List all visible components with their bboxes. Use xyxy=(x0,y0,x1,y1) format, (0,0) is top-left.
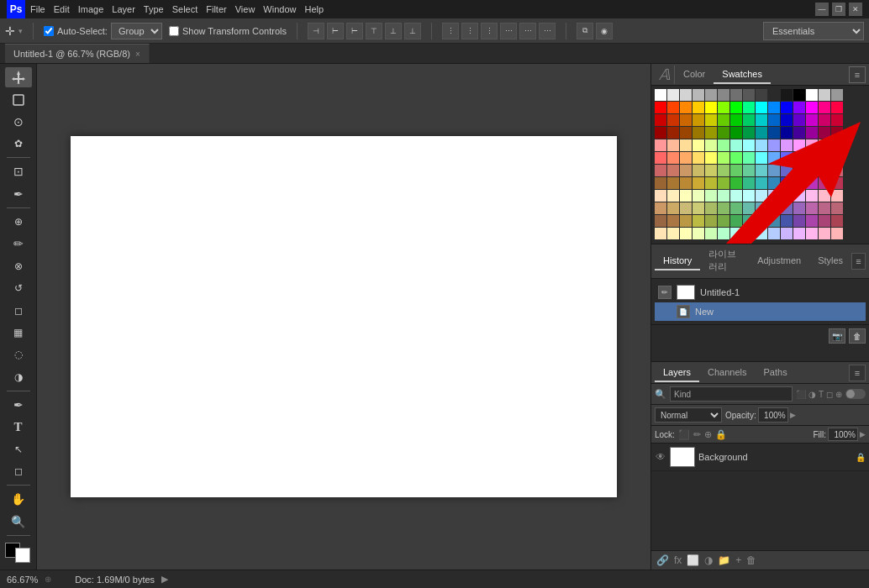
maximize-button[interactable]: ❐ xyxy=(832,3,845,16)
swatch[interactable] xyxy=(680,177,692,189)
dist-left-icon[interactable]: ⋮ xyxy=(442,23,459,39)
swatch[interactable] xyxy=(819,228,830,239)
swatch[interactable] xyxy=(756,114,767,126)
swatch[interactable] xyxy=(705,139,717,151)
opacity-input[interactable]: 100% xyxy=(758,407,788,423)
swatch[interactable] xyxy=(718,190,729,202)
swatch[interactable] xyxy=(793,177,805,189)
swatch[interactable] xyxy=(768,165,780,176)
quick-select-tool[interactable]: ✿ xyxy=(5,134,32,154)
swatch[interactable] xyxy=(793,127,805,139)
swatch[interactable] xyxy=(781,89,793,101)
swatch[interactable] xyxy=(793,228,805,239)
menu-layer[interactable]: Layer xyxy=(112,4,135,14)
layers-menu-icon[interactable]: ≡ xyxy=(849,365,866,381)
swatch[interactable] xyxy=(718,89,729,101)
swatch[interactable] xyxy=(743,102,755,113)
swatch[interactable] xyxy=(831,152,843,164)
fill-input[interactable]: 100% xyxy=(828,428,858,441)
swatch[interactable] xyxy=(718,177,729,189)
swatch[interactable] xyxy=(743,215,755,227)
swatch[interactable] xyxy=(730,139,742,151)
blur-tool[interactable]: ◌ xyxy=(5,344,32,365)
new-layer-icon[interactable]: + xyxy=(735,554,741,566)
swatch[interactable] xyxy=(781,165,793,176)
swatch[interactable] xyxy=(756,152,767,164)
swatch[interactable] xyxy=(667,215,679,227)
swatch[interactable] xyxy=(693,228,704,239)
swatch[interactable] xyxy=(718,202,729,214)
swatch[interactable] xyxy=(831,89,843,101)
eraser-tool[interactable]: ◻ xyxy=(5,300,32,320)
menu-window[interactable]: Window xyxy=(263,4,296,14)
status-arrow[interactable]: ▶ xyxy=(161,574,168,585)
swatch[interactable] xyxy=(680,139,692,151)
swatch[interactable] xyxy=(693,202,704,214)
swatch[interactable] xyxy=(781,202,793,214)
swatch[interactable] xyxy=(730,165,742,176)
history-brush-tool[interactable]: ↺ xyxy=(5,278,32,298)
swatch[interactable] xyxy=(831,102,843,113)
swatch[interactable] xyxy=(730,127,742,139)
tab-styles[interactable]: Styles xyxy=(809,252,851,270)
swatch[interactable] xyxy=(705,215,717,227)
swatch[interactable] xyxy=(768,228,780,239)
pixel-layer-icon[interactable]: ⬛ xyxy=(796,390,806,399)
swatch[interactable] xyxy=(743,89,755,101)
swatch[interactable] xyxy=(743,139,755,151)
swatch[interactable] xyxy=(680,165,692,176)
arrange-icon[interactable]: ⧉ xyxy=(577,23,593,39)
crop-tool[interactable]: ⊡ xyxy=(5,161,32,181)
swatch[interactable] xyxy=(655,177,666,189)
swatch[interactable] xyxy=(768,152,780,164)
swatch[interactable] xyxy=(806,89,818,101)
swatch[interactable] xyxy=(718,127,729,139)
transform-controls-checkbox[interactable] xyxy=(169,26,179,36)
dist-center-v-icon[interactable]: ⋯ xyxy=(519,23,536,39)
lasso-tool[interactable]: ⊙ xyxy=(5,112,32,132)
swatch[interactable] xyxy=(667,152,679,164)
dist-top-icon[interactable]: ⋯ xyxy=(500,23,517,39)
clone-tool[interactable]: ⊗ xyxy=(5,256,32,276)
hand-tool[interactable]: ✋ xyxy=(5,489,32,509)
swatch[interactable] xyxy=(768,215,780,227)
swatch[interactable] xyxy=(819,152,830,164)
lock-position-icon[interactable]: ✏ xyxy=(693,429,701,440)
swatch[interactable] xyxy=(819,215,830,227)
doc-tab[interactable]: Untitled-1 @ 66.7% (RGB/8) × xyxy=(5,44,150,63)
swatch[interactable] xyxy=(693,165,704,176)
create-snapshot-button[interactable]: 📷 xyxy=(829,328,845,344)
swatch[interactable] xyxy=(768,89,780,101)
new-adjustment-icon[interactable]: ◑ xyxy=(704,554,713,566)
swatch[interactable] xyxy=(693,177,704,189)
swatch[interactable] xyxy=(781,102,793,113)
swatch[interactable] xyxy=(667,165,679,176)
filter-toggle[interactable] xyxy=(845,389,866,399)
menu-image[interactable]: Image xyxy=(78,4,104,14)
dist-right-icon[interactable]: ⋮ xyxy=(481,23,498,39)
link-layers-icon[interactable]: 🔗 xyxy=(656,554,669,566)
swatch[interactable] xyxy=(693,215,704,227)
menu-select[interactable]: Select xyxy=(172,4,198,14)
swatch[interactable] xyxy=(819,89,830,101)
swatch[interactable] xyxy=(705,202,717,214)
swatch[interactable] xyxy=(831,215,843,227)
swatch[interactable] xyxy=(831,139,843,151)
align-center-h-icon[interactable]: ⊢ xyxy=(327,23,344,39)
swatch[interactable] xyxy=(756,102,767,113)
swatch[interactable] xyxy=(831,127,843,139)
align-center-v-icon[interactable]: ⊥ xyxy=(385,23,402,39)
swatch[interactable] xyxy=(768,190,780,202)
swatch[interactable] xyxy=(667,127,679,139)
swatch[interactable] xyxy=(680,215,692,227)
layers-kind-filter[interactable]: Kind xyxy=(670,386,793,402)
text-layer-icon[interactable]: T xyxy=(819,390,824,399)
swatch[interactable] xyxy=(655,102,666,113)
swatch[interactable] xyxy=(730,202,742,214)
swatch[interactable] xyxy=(768,177,780,189)
isolate-icon[interactable]: ◉ xyxy=(596,23,613,39)
swatch[interactable] xyxy=(730,152,742,164)
panel-menu-icon[interactable]: ≡ xyxy=(849,66,866,83)
swatch[interactable] xyxy=(743,165,755,176)
swatch[interactable] xyxy=(655,139,666,151)
